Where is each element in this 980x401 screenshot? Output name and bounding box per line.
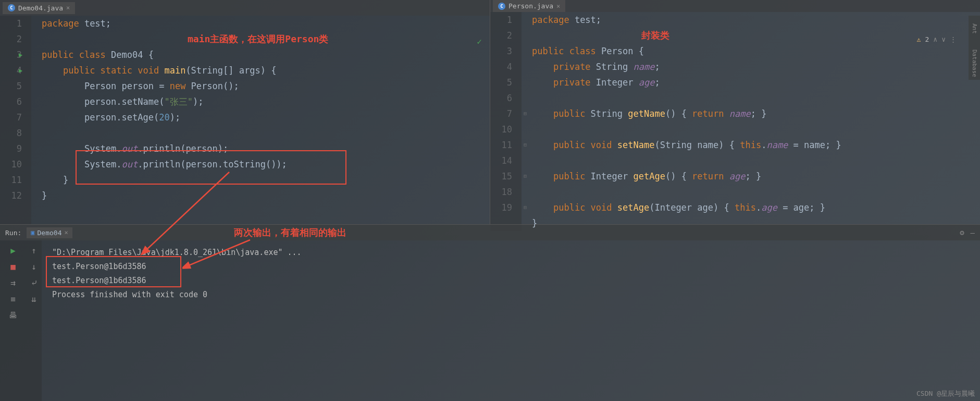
- warning-count: 2: [925, 32, 929, 47]
- watermark: CSDN @星辰与晨曦: [916, 389, 975, 398]
- annotation-class: 封装类: [641, 28, 669, 43]
- code-area-right[interactable]: 1 2 3 4 5 6 7 10 11 14 15 18 19 封装类: [490, 12, 980, 231]
- code-lines-right[interactable]: 封装类 ⚠ 2 ∧ ∨ ⋮ package test; public class…: [522, 12, 980, 231]
- side-tab-ant[interactable]: Ant: [971, 21, 978, 37]
- console-output[interactable]: "D:\Program Files\Java\jdk1.8.0_261\bin\…: [42, 240, 980, 401]
- right-tool-strip: Ant Database: [969, 16, 980, 80]
- gutter-right: 1 2 3 4 5 6 7 10 11 14 15 18 19: [490, 12, 522, 231]
- run-gutter-icon[interactable]: ▶: [19, 63, 22, 78]
- close-icon[interactable]: ×: [65, 229, 68, 236]
- java-class-icon: C: [8, 4, 15, 11]
- annotation-output: 两次输出，有着相同的输出: [234, 226, 346, 239]
- java-class-icon: C: [498, 3, 505, 10]
- run-label: Run:: [5, 229, 21, 237]
- fold-icon[interactable]: ⊞: [524, 106, 527, 121]
- print-icon[interactable]: 🖶: [9, 310, 17, 320]
- run-config-name: Demo04: [38, 229, 62, 237]
- tab-label: Demo04.java: [18, 4, 63, 12]
- side-tab-database[interactable]: Database: [971, 47, 978, 80]
- next-warning-icon[interactable]: ∨: [941, 32, 946, 47]
- warning-icon: ⚠: [917, 32, 921, 47]
- gutter-left: 1 2 ▶3 ▶4 5 6 7 8 9 10 11 12: [0, 16, 31, 224]
- down-icon[interactable]: ↓: [31, 262, 36, 272]
- run-config-tab[interactable]: ▣ Demo04 ×: [27, 227, 72, 238]
- console-exit: Process finished with exit code 0: [52, 288, 970, 302]
- console-line: test.Person@1b6d3586: [52, 260, 970, 274]
- tab-bar-right: C Person.java ×: [490, 0, 980, 12]
- code-lines-left[interactable]: ✓ main主函数，在这调用Person类 package test; publ…: [31, 16, 490, 224]
- console-line: test.Person@1b6d3586: [52, 274, 970, 288]
- fold-icon[interactable]: ⊞: [524, 168, 527, 184]
- code-area-left[interactable]: 1 2 ▶3 ▶4 5 6 7 8 9 10 11 12 ✓ main主函数，在…: [0, 16, 490, 224]
- fold-icon[interactable]: ⊞: [524, 200, 527, 215]
- filter-icon[interactable]: ≡: [10, 294, 16, 304]
- editor-pane-left: C Demo04.java × 1 2 ▶3 ▶4 5 6 7 8 9 10: [0, 0, 490, 224]
- scroll-icon[interactable]: ⇊: [31, 294, 36, 304]
- up-icon[interactable]: ↑: [31, 246, 36, 256]
- inspection-widget[interactable]: ⚠ 2 ∧ ∨ ⋮: [917, 32, 957, 47]
- tab-person[interactable]: C Person.java ×: [493, 0, 565, 12]
- editor-pane-right: C Person.java × 1 2 3 4 5 6 7 10 11 14: [490, 0, 980, 224]
- close-icon[interactable]: ×: [556, 3, 560, 10]
- more-icon[interactable]: ⋮: [950, 32, 957, 47]
- tab-demo04[interactable]: C Demo04.java ×: [3, 2, 75, 14]
- tab-bar-left: C Demo04.java ×: [0, 0, 490, 16]
- stop-icon[interactable]: ■: [10, 262, 16, 272]
- tab-label: Person.java: [508, 2, 553, 10]
- console-cmd: "D:\Program Files\Java\jdk1.8.0_261\bin\…: [52, 246, 970, 260]
- annotation-main: main主函数，在这调用Person类: [188, 31, 328, 47]
- console-toolbar-2: ↑ ↓ ⤶ ⇊: [26, 240, 42, 401]
- fold-icon[interactable]: ⊞: [524, 137, 527, 153]
- run-gutter-icon[interactable]: ▶: [19, 47, 22, 63]
- prev-warning-icon[interactable]: ∧: [933, 32, 937, 47]
- close-icon[interactable]: ×: [66, 4, 70, 11]
- console-toolbar: ▶ ■ ⇉ ≡ 🖶: [0, 240, 26, 401]
- check-icon: ✓: [477, 34, 482, 50]
- run-console: Run: ▣ Demo04 × 两次输出，有着相同的输出 ⚙ — ▶ ■ ⇉ ≡…: [0, 224, 980, 401]
- rerun-icon[interactable]: ▶: [10, 246, 16, 256]
- layout-icon[interactable]: ⇉: [10, 278, 16, 288]
- wrap-icon[interactable]: ⤶: [31, 278, 38, 288]
- app-icon: ▣: [31, 229, 34, 236]
